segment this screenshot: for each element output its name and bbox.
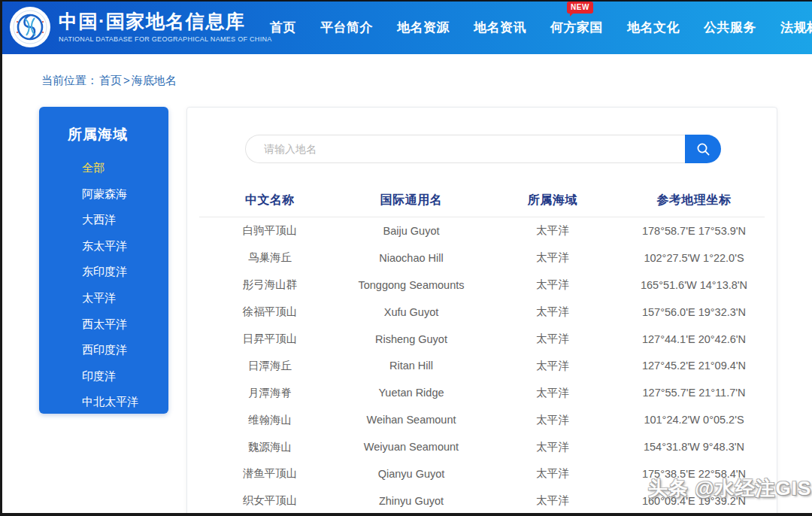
table-row: 彤弓海山群Tonggong Seamounts太平洋165°51.6'W 14°… <box>199 272 765 299</box>
table-cell: Weiyuan Seamount <box>341 441 482 453</box>
nav-item[interactable]: 地名文化 <box>627 19 680 36</box>
nav-item[interactable]: 地名资讯 <box>474 19 526 36</box>
table-row: 日昇平顶山Risheng Guyot太平洋127°44.1'E 20°42.6'… <box>199 326 765 353</box>
new-badge: NEW <box>567 2 593 14</box>
table-cell: Baiju Guyot <box>341 225 482 237</box>
table-cell: 太平洋 <box>482 359 623 373</box>
site-header: 中国·国家地名信息库 NATIONAL DATABASE FOR GEOGRAP… <box>0 0 812 54</box>
table-cell: 太平洋 <box>482 332 623 346</box>
search-bar <box>245 135 721 163</box>
table-header: 中文名称国际通用名所属海域参考地理坐标 <box>199 184 765 217</box>
breadcrumb-current[interactable]: 海底地名 <box>132 74 177 87</box>
sidebar-item[interactable]: 东印度洋 <box>39 259 168 285</box>
table-cell: 徐福平顶山 <box>199 305 341 319</box>
table-cell: 潜鱼平顶山 <box>199 466 341 481</box>
table-cell: Ritan Hill <box>341 360 482 372</box>
table-cell: 127°44.1'E 20°42.6'N <box>623 333 765 345</box>
table-cell: 178°58.7'E 17°53.9'N <box>623 225 765 237</box>
table-cell: Xufu Guyot <box>341 306 482 318</box>
breadcrumb-label: 当前位置： <box>41 74 98 87</box>
content-panel: 中文名称国际通用名所属海域参考地理坐标 白驹平顶山Baiju Guyot太平洋1… <box>186 107 777 516</box>
table-cell: 102°27.5'W 1°22.0'S <box>623 252 765 264</box>
table-row: 鸟巢海丘Niaochao Hill太平洋102°27.5'W 1°22.0'S <box>199 244 765 272</box>
screenshot-edge-bottom <box>0 513 812 516</box>
table-header-cell: 参考地理坐标 <box>623 193 765 208</box>
table-row: 维翰海山Weihan Seamount太平洋101°24.2'W 0°05.2'… <box>199 406 765 433</box>
table-cell: 太平洋 <box>482 278 623 292</box>
table-cell: Niaochao Hill <box>341 252 482 264</box>
search-input[interactable] <box>245 135 685 163</box>
table-cell: Zhinyu Guyot <box>341 495 482 507</box>
table-cell: 日昇平顶山 <box>199 332 341 346</box>
table-cell: 日潭海丘 <box>199 359 341 373</box>
table-header-cell: 中文名称 <box>199 193 341 208</box>
site-title: 中国·国家地名信息库 <box>59 10 272 32</box>
table-cell: 织女平顶山 <box>199 493 341 508</box>
table-row: 魏源海山Weiyuan Seamount太平洋154°31.8'W 9°48.3… <box>199 433 765 460</box>
site-subtitle: NATIONAL DATABASE FOR GEOGRAPHICAL NAMES… <box>59 35 272 43</box>
table-cell: 太平洋 <box>482 305 623 319</box>
table-cell: 鸟巢海丘 <box>199 250 341 265</box>
search-button[interactable] <box>685 135 721 163</box>
brand-block: 中国·国家地名信息库 NATIONAL DATABASE FOR GEOGRAP… <box>59 10 272 43</box>
table-cell: Qianyu Guyot <box>341 468 482 480</box>
table-cell: Tonggong Seamounts <box>341 279 482 291</box>
table-cell: 127°45.2'E 21°09.4'N <box>623 360 765 372</box>
table-cell: 154°31.8'W 9°48.3'N <box>623 441 765 453</box>
sidebar-title: 所属海域 <box>68 125 168 144</box>
sea-area-list: 全部阿蒙森海大西洋东太平洋东印度洋太平洋西太平洋西印度洋印度洋中北太平洋 <box>39 155 168 415</box>
sidebar-item[interactable]: 西太平洋 <box>39 311 168 338</box>
nav-item[interactable]: 首页 <box>270 19 296 36</box>
table-body: 白驹平顶山Baiju Guyot太平洋178°58.7'E 17°53.9'N鸟… <box>199 217 765 514</box>
place-names-table: 中文名称国际通用名所属海域参考地理坐标 白驹平顶山Baiju Guyot太平洋1… <box>199 184 765 514</box>
table-cell: 157°56.0'E 19°32.3'N <box>623 306 765 318</box>
table-cell: 太平洋 <box>482 250 623 265</box>
sidebar-item[interactable]: 阿蒙森海 <box>39 181 168 208</box>
globe-swirl-icon <box>13 10 47 44</box>
nav-item[interactable]: 平台简介 <box>320 19 373 36</box>
table-row: 月潭海脊Yuetan Ridge太平洋127°55.7'E 21°11.7'N <box>199 379 765 406</box>
table-cell: Weihan Seamount <box>341 414 482 426</box>
sidebar-item[interactable]: 西印度洋 <box>39 337 168 363</box>
breadcrumb: 当前位置：首页>海底地名 <box>41 74 178 88</box>
table-cell: 太平洋 <box>482 386 623 400</box>
search-icon <box>696 142 710 156</box>
table-cell: 太平洋 <box>482 223 623 238</box>
table-cell: 彤弓海山群 <box>199 278 341 292</box>
table-cell: 维翰海山 <box>199 413 341 427</box>
table-header-cell: 国际通用名 <box>341 193 482 208</box>
table-cell: 魏源海山 <box>199 440 341 454</box>
nav-item[interactable]: 何方家国NEW <box>550 19 603 36</box>
sidebar-item[interactable]: 太平洋 <box>39 285 168 311</box>
table-cell: 太平洋 <box>482 493 623 508</box>
breadcrumb-home-link[interactable]: 首页 <box>99 74 122 87</box>
sidebar-item[interactable]: 全部 <box>39 155 168 181</box>
table-cell: 165°51.6'W 14°13.8'N <box>623 279 765 291</box>
table-cell: Yuetan Ridge <box>341 387 482 399</box>
table-cell: 太平洋 <box>482 440 623 454</box>
table-row: 日潭海丘Ritan Hill太平洋127°45.2'E 21°09.4'N <box>199 352 765 379</box>
table-cell: Risheng Guyot <box>341 333 482 345</box>
sea-area-sidebar: 所属海域 全部阿蒙森海大西洋东太平洋东印度洋太平洋西太平洋西印度洋印度洋中北太平… <box>39 107 168 414</box>
sidebar-item[interactable]: 东太平洋 <box>39 233 168 260</box>
sidebar-item[interactable]: 印度洋 <box>39 363 168 390</box>
nav-item[interactable]: 地名资源 <box>397 19 450 36</box>
table-row: 白驹平顶山Baiju Guyot太平洋178°58.7'E 17°53.9'N <box>199 217 765 244</box>
watermark: 头条 @水经注GIS <box>648 475 811 502</box>
breadcrumb-separator: > <box>123 74 130 87</box>
table-cell: 127°55.7'E 21°11.7'N <box>623 387 765 399</box>
table-cell: 白驹平顶山 <box>199 223 341 238</box>
nav-item[interactable]: 公共服务 <box>704 19 756 36</box>
table-header-cell: 所属海域 <box>482 193 623 208</box>
table-cell: 101°24.2'W 0°05.2'S <box>623 414 765 426</box>
table-cell: 太平洋 <box>482 413 623 427</box>
main-nav: 首页平台简介地名资源地名资讯何方家国NEW地名文化公共服务法规标准 <box>270 0 812 54</box>
sidebar-item[interactable]: 中北太平洋 <box>39 389 168 415</box>
sidebar-item[interactable]: 大西洋 <box>39 207 168 233</box>
screenshot-edge-left <box>0 0 2 516</box>
nav-item[interactable]: 法规标准 <box>780 19 812 36</box>
table-cell: 太平洋 <box>482 466 623 481</box>
table-cell: 月潭海脊 <box>199 386 341 400</box>
screenshot-edge-top <box>0 0 812 2</box>
site-logo[interactable] <box>10 7 50 47</box>
